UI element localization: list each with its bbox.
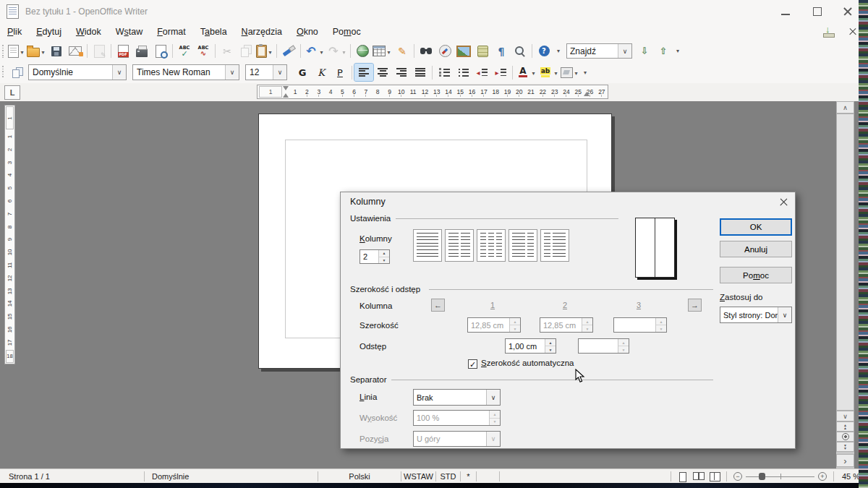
navigator-button[interactable] [435, 43, 454, 60]
zoom-slider[interactable] [746, 472, 814, 481]
toolbar-overflow-button[interactable] [553, 43, 563, 60]
previous-page-button[interactable] [836, 421, 854, 432]
chevron-down-icon[interactable] [112, 65, 126, 80]
multi-page-view-icon[interactable] [693, 472, 705, 481]
chevron-down-icon[interactable] [273, 65, 286, 80]
dialog-close-button[interactable] [778, 196, 790, 208]
align-center-button[interactable] [373, 64, 392, 81]
font-name-combobox[interactable]: Times New Roman [132, 64, 239, 80]
ok-button[interactable]: OK [720, 218, 792, 236]
preset-three-columns-button[interactable] [477, 229, 506, 262]
auto-spellcheck-button[interactable] [194, 43, 213, 60]
dropdown-caret-icon[interactable] [267, 46, 273, 56]
update-available-icon[interactable] [822, 25, 836, 38]
book-view-icon[interactable] [709, 472, 720, 481]
single-page-view-icon[interactable] [677, 472, 689, 481]
justify-button[interactable] [411, 64, 430, 81]
vertical-ruler[interactable]: 1 123456789101112131415161718 [4, 105, 15, 364]
align-left-button[interactable] [354, 64, 373, 81]
next-page-button[interactable] [836, 442, 854, 452]
page-preview-button[interactable] [151, 43, 170, 60]
dropdown-caret-icon[interactable] [19, 46, 25, 56]
help-button[interactable]: Pomoc [720, 267, 792, 283]
bullet-list-button[interactable] [454, 64, 472, 81]
paste-button[interactable] [255, 43, 274, 60]
scroll-right-button[interactable] [836, 454, 854, 467]
find-replace-button[interactable] [417, 43, 435, 60]
chevron-down-icon[interactable] [225, 65, 239, 80]
menu-item-okno[interactable]: Okno [289, 25, 326, 39]
help-button[interactable] [535, 43, 553, 60]
columns-count-value[interactable]: 2 [360, 250, 378, 263]
preset-one-column-button[interactable] [413, 229, 442, 262]
find-next-button[interactable] [635, 43, 654, 60]
spacing-1-spinner[interactable]: 1,00 cm [505, 338, 556, 354]
draw-functions-button[interactable] [393, 43, 412, 60]
spellcheck-button[interactable] [175, 43, 194, 60]
insert-mode-field[interactable]: WSTAW [401, 471, 436, 481]
font-size-combobox[interactable]: 12 [245, 64, 287, 80]
menu-item-wstaw[interactable]: Wstaw [109, 25, 150, 39]
preset-right-wide-button[interactable] [540, 229, 569, 262]
cancel-button[interactable]: Anuluj [720, 241, 792, 257]
zoom-button[interactable] [511, 43, 529, 60]
toolbar-grip[interactable] [1, 66, 5, 79]
scroll-up-button[interactable] [836, 101, 854, 114]
minimize-button[interactable] [780, 6, 791, 17]
background-color-button[interactable] [560, 64, 580, 81]
numbered-list-button[interactable] [435, 64, 454, 81]
gallery-button[interactable] [454, 43, 473, 60]
undo-button[interactable] [303, 43, 326, 60]
dropdown-caret-icon[interactable] [573, 67, 579, 77]
toolbar-overflow-button[interactable] [673, 43, 683, 60]
close-button[interactable] [842, 6, 854, 17]
underline-button[interactable]: P [331, 64, 349, 81]
menu-item-pomoc[interactable]: Pomoc [326, 25, 368, 39]
zoom-out-button[interactable]: − [733, 472, 742, 481]
bold-button[interactable]: G [293, 64, 312, 81]
page-style-field[interactable]: Domyślnie [145, 471, 318, 481]
separator-line-combobox[interactable]: Brak [413, 389, 501, 406]
menu-item-format[interactable]: Format [150, 25, 193, 39]
styles-indicator-icon[interactable] [12, 67, 24, 78]
zoom-slider-thumb[interactable] [759, 473, 765, 480]
font-color-button[interactable] [515, 64, 537, 81]
italic-button[interactable]: K [312, 64, 331, 81]
toolbar-grip[interactable] [1, 45, 5, 58]
increase-indent-button[interactable] [491, 64, 510, 81]
maximize-button[interactable] [812, 6, 823, 17]
chevron-down-icon[interactable] [778, 307, 791, 322]
decrease-indent-button[interactable] [472, 64, 491, 81]
horizontal-ruler[interactable]: 1 12345678910111213141516171819202122232… [257, 85, 608, 99]
highlighting-button[interactable] [537, 64, 560, 81]
hyperlink-button[interactable] [353, 43, 372, 60]
toolbar-overflow-button[interactable] [580, 64, 590, 81]
zoom-in-button[interactable]: + [818, 472, 827, 481]
menu-item-widok[interactable]: Widok [69, 25, 109, 39]
menu-item-tabela[interactable]: Tabela [193, 25, 234, 39]
spin-down-button[interactable] [545, 346, 556, 353]
preset-left-wide-button[interactable] [509, 229, 537, 262]
dropdown-caret-icon[interactable] [386, 46, 392, 56]
page-number-field[interactable]: Strona 1 / 1 [0, 471, 145, 481]
spin-down-button[interactable] [379, 257, 389, 264]
auto-width-checkbox[interactable] [468, 359, 477, 369]
vertical-scrollbar[interactable] [836, 101, 854, 468]
scroll-down-button[interactable] [836, 411, 854, 421]
dropdown-caret-icon[interactable] [341, 46, 347, 56]
next-column-button[interactable] [688, 299, 702, 312]
export-pdf-button[interactable] [114, 43, 132, 60]
scrollbar-thumb[interactable] [836, 114, 854, 411]
find-previous-button[interactable] [654, 43, 673, 60]
close-document-icon[interactable] [848, 27, 858, 37]
spin-up-button[interactable] [545, 339, 556, 346]
save-button[interactable] [47, 43, 66, 60]
spin-up-button[interactable] [379, 250, 389, 257]
nonprinting-characters-button[interactable] [492, 43, 511, 60]
new-document-button[interactable] [7, 43, 26, 60]
dropdown-caret-icon[interactable] [318, 46, 325, 56]
paragraph-style-combobox[interactable]: Domyślnie [28, 64, 127, 80]
indent-marker-icon[interactable] [283, 85, 289, 98]
selection-mode-field[interactable]: STD [436, 471, 461, 481]
email-button[interactable] [66, 43, 85, 60]
